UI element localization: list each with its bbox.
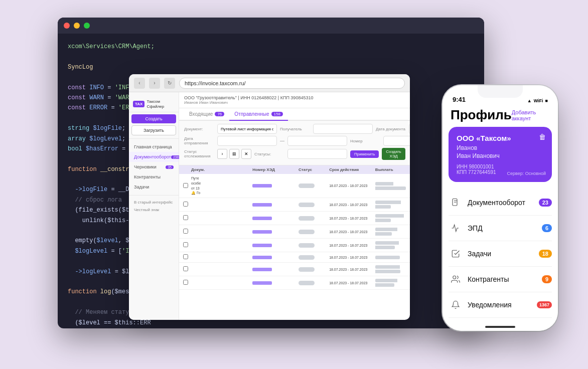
sidebar-logo: TAX ТаксомСфайлер	[129, 96, 179, 112]
row-person: Хазер Виктор Агорантов	[375, 227, 406, 236]
phone-screen: 9:41 ▲ WiFi ■ Профиль Добавить аккаунт 🗑…	[443, 85, 558, 331]
sidebar-item-drafts[interactable]: Черновики 35	[129, 162, 179, 172]
tab-outgoing[interactable]: Отправленные 158	[229, 108, 288, 121]
row-check[interactable]	[183, 254, 191, 260]
row-check[interactable]	[183, 215, 191, 221]
menu-item-notifications[interactable]: Уведомления 1367	[449, 292, 552, 318]
phone-notch	[478, 85, 523, 98]
date-doc-label: Дата документа	[376, 127, 406, 131]
minimize-dot	[74, 23, 80, 29]
row-date: 18.07.2023 - 18.07.2023	[329, 203, 375, 207]
table-row[interactable]: █████/087 ░░░░ 18.07.2023 - 18.07.2023 К…	[179, 239, 410, 252]
profile-title: Профиль	[451, 107, 512, 123]
sidebar-item-docs[interactable]: Документооборот 236	[129, 152, 179, 162]
sidebar-item-tasks[interactable]: Задачи	[129, 182, 179, 192]
filter-row-2: Дата отправления — Номер Номер сделки	[184, 136, 405, 146]
row-check[interactable]	[183, 242, 191, 248]
battery-icon: ■	[545, 98, 548, 103]
url-bar[interactable]: https://invoice.taxcom.ru/	[179, 78, 405, 89]
filter-arrow-btn[interactable]: ›	[217, 149, 227, 159]
code-line: $this->hasError = tru	[68, 328, 474, 328]
row-date: 18.07.2023 - 18.07.2023	[329, 217, 375, 220]
table-row[interactable]: █████/076 ░░░░ 18.07.2023 - 18.07.2023 П…	[179, 212, 410, 225]
browser-bar: ‹ › ↻ https://invoice.taxcom.ru/	[129, 74, 410, 92]
tabs-row: Входящие 76 Отправленные 158	[179, 108, 410, 121]
sidebar-item-contractors[interactable]: Контрагенты	[129, 172, 179, 182]
status-input[interactable]	[287, 149, 347, 159]
date-doc-input[interactable]	[409, 124, 410, 134]
row-status: ░░░░	[299, 267, 329, 272]
row-num: █████/289	[252, 267, 299, 272]
sidebar-item-label: Задачи	[134, 184, 149, 190]
row-check[interactable]	[183, 229, 191, 235]
refresh-button[interactable]: ↻	[164, 78, 175, 89]
row-check[interactable]	[183, 183, 191, 189]
row-check[interactable]	[183, 202, 191, 208]
table-row[interactable]: Путеособеот 13🔔 Го █████/023 ░░░░ 18.07.…	[179, 174, 410, 198]
date-from-input[interactable]	[217, 136, 277, 146]
row-num: █████/076	[252, 216, 299, 221]
recipient-filter-input[interactable]	[313, 124, 373, 134]
contractors-badge: 9	[542, 275, 552, 283]
table-header: Докум. Номер XЭД Статус Срок действия Вы…	[179, 165, 410, 174]
row-date: 18.07.2023 - 18.07.2023	[329, 184, 375, 188]
sidebar-honest-mark[interactable]: Честный знак	[129, 206, 179, 214]
table-row[interactable]: █████/024 ░░░░ 18.07.2023 - 18.07.2023 З…	[179, 198, 410, 212]
row-person: Пантова Валерия Степанов	[375, 214, 406, 223]
filter-search-btn[interactable]: ⊞	[229, 149, 239, 159]
table-row[interactable]: █████/289 ░░░░ 18.07.2023 - 18.07.2023 С…	[179, 263, 410, 276]
date-to-input[interactable]	[287, 136, 347, 146]
epd-icon	[449, 221, 463, 235]
status-time: 9:41	[453, 96, 466, 103]
row-check[interactable]	[183, 280, 191, 286]
filter-row-3: Статус отслеживания › ⊞ ✕ Статусы: Приме…	[184, 148, 405, 160]
doc-label: Документ:	[184, 127, 214, 131]
menu-item-epd[interactable]: ЭПД 6	[449, 216, 552, 241]
sidebar-item-label: Черновики	[134, 164, 157, 169]
notifications-badge: 1367	[537, 301, 552, 308]
logo-box: TAX	[133, 101, 144, 107]
drafts-badge: 35	[166, 165, 174, 169]
filter-clear-btn[interactable]: ✕	[241, 149, 251, 159]
track-label: Статус отслеживания	[184, 149, 214, 158]
table-row[interactable]: █████/290 ░░░░ 18.07.2023 - 18.07.2023 Ж…	[179, 276, 410, 290]
create-xd-button[interactable]: Создать XЭД	[382, 148, 405, 160]
sidebar-item-label: Главная страница	[134, 144, 172, 149]
account-person-lastname: Иванов	[457, 144, 544, 152]
doc-filter-input[interactable]	[217, 124, 277, 134]
menu-item-contractors[interactable]: Контрагенты 9	[449, 267, 552, 292]
row-check[interactable]	[183, 266, 191, 272]
apply-button[interactable]: Применить	[350, 150, 379, 158]
account-person-firstname: Иван Иванович	[457, 152, 544, 160]
forward-button[interactable]: ›	[149, 78, 160, 89]
row-person: Анатил Кирилл	[375, 255, 406, 260]
code-line: SyncLog	[68, 62, 474, 72]
row-num: █████/290	[252, 281, 299, 285]
menu-item-tasks[interactable]: Задачи 18	[449, 241, 552, 267]
row-status: ░░░░	[299, 230, 329, 234]
row-num: █████/078	[252, 230, 299, 234]
table-row[interactable]: █████/078 ░░░░ 18.07.2023 - 18.07.2023 Х…	[179, 225, 410, 239]
sidebar-item-home[interactable]: Главная страница	[129, 142, 179, 152]
tasks-badge: 18	[539, 250, 552, 258]
date-separator: —	[280, 138, 284, 143]
sidebar-old-interface[interactable]: В старый интерфейс	[129, 199, 179, 206]
home-bar	[485, 326, 515, 328]
row-num: █████/267	[252, 255, 299, 260]
filter-section: Документ: Получатель Дата документа Дата…	[179, 121, 410, 165]
col-action-header: Выплать	[375, 167, 406, 172]
account-server: Сервер: Основной	[507, 171, 546, 176]
menu-item-docs[interactable]: Документооборот 23	[449, 190, 552, 216]
row-person: Сахров Сергей Александрович	[375, 265, 406, 274]
row-person: Зубков Евгений Степанов	[375, 200, 406, 209]
company-name: ООО "Грузоотправитель" | ИНН 0126488022 …	[184, 95, 405, 100]
table-row[interactable]: █████/267 ░░░░ 18.07.2023 - 18.07.2023 А…	[179, 252, 410, 263]
load-button[interactable]: Загрузить	[131, 125, 176, 135]
back-button[interactable]: ‹	[134, 78, 145, 89]
tab-outgoing-count: 158	[271, 112, 283, 116]
num-input[interactable]	[383, 136, 410, 146]
tab-incoming[interactable]: Входящие 76	[184, 108, 229, 120]
add-account-button[interactable]: Добавить аккаунт	[512, 109, 550, 121]
create-button[interactable]: Создать	[131, 114, 176, 123]
delete-account-icon[interactable]: 🗑	[539, 133, 546, 141]
